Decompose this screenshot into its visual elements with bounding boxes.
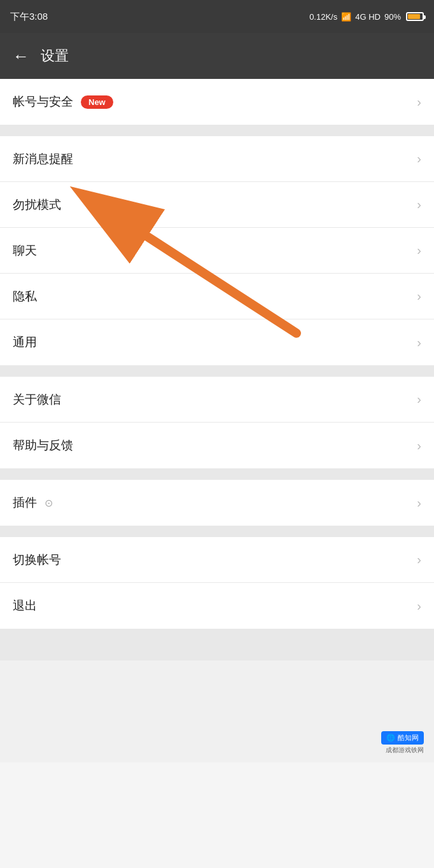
chevron-right-icon: ›	[417, 243, 421, 258]
divider-3	[0, 468, 434, 480]
settings-content: 帐号与安全 New › 新消息提醒 › 勿扰模式 › 聊天 › 隐私 › 通用 …	[0, 79, 434, 762]
account-security-label: 帐号与安全	[13, 94, 73, 110]
menu-group-account: 帐号与安全 New ›	[0, 79, 434, 125]
menu-item-logout[interactable]: 退出 ›	[0, 583, 434, 629]
menu-group-about: 关于微信 › 帮助与反馈 ›	[0, 377, 434, 468]
watermark-top-text: 酷知网	[398, 733, 419, 743]
chevron-right-icon: ›	[417, 552, 421, 567]
plugin-settings-icon: ⊙	[45, 497, 53, 509]
menu-group-plugins: 插件 ⊙ ›	[0, 480, 434, 526]
privacy-label: 隐私	[13, 288, 37, 305]
chevron-right-icon: ›	[417, 599, 421, 613]
help-label: 帮助与反馈	[13, 437, 73, 454]
battery-percent: 90%	[384, 12, 401, 22]
watermark-icon: 🌐	[386, 734, 395, 742]
menu-item-help[interactable]: 帮助与反馈 ›	[0, 423, 434, 468]
chevron-right-icon: ›	[417, 335, 421, 350]
menu-group-main: 新消息提醒 › 勿扰模式 › 聊天 › 隐私 › 通用 ›	[0, 136, 434, 365]
menu-item-about[interactable]: 关于微信 ›	[0, 377, 434, 423]
watermark-area: 🌐 酷知网 成都游戏铁网	[0, 661, 434, 762]
menu-item-plugins[interactable]: 插件 ⊙ ›	[0, 480, 434, 526]
signal-icon: 📶	[341, 12, 351, 22]
chevron-right-icon: ›	[417, 151, 421, 166]
menu-item-switch-account[interactable]: 切换帐号 ›	[0, 537, 434, 583]
divider-1	[0, 125, 434, 136]
chevron-right-icon: ›	[417, 95, 421, 109]
dnd-label: 勿扰模式	[13, 197, 61, 213]
watermark-bottom-text: 成都游戏铁网	[386, 746, 424, 755]
nav-bar: ← 设置	[0, 33, 434, 79]
divider-2	[0, 365, 434, 377]
divider-4	[0, 526, 434, 537]
chat-label: 聊天	[13, 242, 37, 259]
back-button[interactable]: ←	[13, 48, 29, 64]
divider-5	[0, 629, 434, 661]
status-time: 下午3:08	[10, 11, 48, 23]
network-speed: 0.12K/s	[309, 12, 337, 22]
menu-group-account-actions: 切换帐号 › 退出 ›	[0, 537, 434, 629]
menu-item-privacy[interactable]: 隐私 ›	[0, 274, 434, 319]
about-label: 关于微信	[13, 391, 61, 408]
switch-account-label: 切换帐号	[13, 552, 61, 568]
chevron-right-icon: ›	[417, 289, 421, 304]
menu-item-account-security[interactable]: 帐号与安全 New ›	[0, 79, 434, 125]
chevron-right-icon: ›	[417, 392, 421, 407]
chevron-right-icon: ›	[417, 496, 421, 510]
new-badge: New	[81, 95, 113, 109]
plugins-label: 插件	[13, 494, 37, 511]
chevron-right-icon: ›	[417, 197, 421, 212]
menu-item-general[interactable]: 通用 ›	[0, 319, 434, 365]
watermark-badge: 🌐 酷知网 成都游戏铁网	[381, 731, 424, 755]
chevron-right-icon: ›	[417, 438, 421, 453]
general-label: 通用	[13, 334, 37, 351]
page-title: 设置	[41, 46, 69, 66]
menu-item-dnd[interactable]: 勿扰模式 ›	[0, 182, 434, 228]
logout-label: 退出	[13, 598, 37, 614]
new-message-label: 新消息提醒	[13, 151, 73, 167]
menu-item-new-message[interactable]: 新消息提醒 ›	[0, 136, 434, 182]
status-right: 0.12K/s 📶 4G HD 90%	[309, 12, 424, 22]
network-type: 4G HD	[355, 12, 381, 22]
battery-icon	[406, 12, 424, 21]
status-bar: 下午3:08 0.12K/s 📶 4G HD 90%	[0, 0, 434, 33]
menu-item-chat[interactable]: 聊天 ›	[0, 228, 434, 274]
